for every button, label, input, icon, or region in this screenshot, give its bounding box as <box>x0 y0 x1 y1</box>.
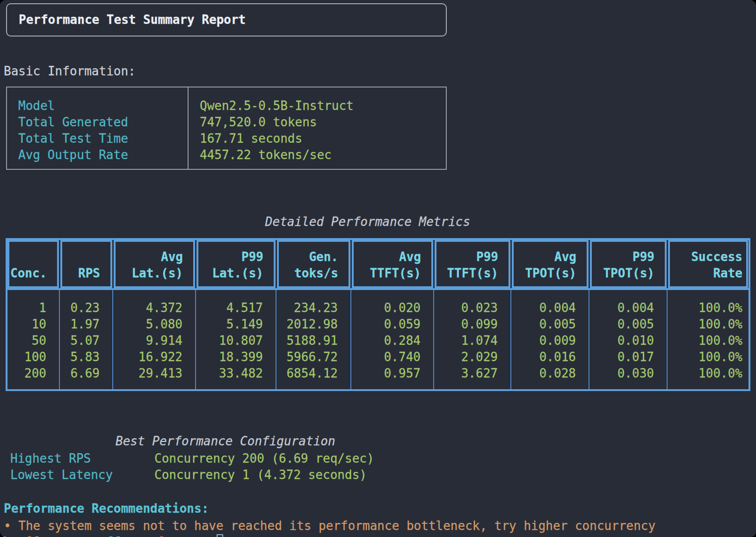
header-line: RPS <box>78 265 100 282</box>
header-line: TTFT(s) <box>370 265 421 282</box>
basic-info-value: Qwen2.5-0.5B-Instruct <box>200 98 354 114</box>
metrics-cell: 3.627 <box>434 365 511 382</box>
metrics-cell: 100.0% <box>667 365 749 382</box>
metrics-cell: 0.23 <box>59 300 113 316</box>
metrics-cell: 0.010 <box>589 333 667 349</box>
metrics-cell: 0.009 <box>511 333 589 349</box>
metrics-table-row: 101.975.0805.1492012.980.0590.0990.0050.… <box>7 316 749 333</box>
basic-info-row: Total Test Time167.71 seconds <box>7 131 446 147</box>
header-line: P99 <box>241 249 263 265</box>
metrics-cell: 0.005 <box>589 316 667 333</box>
header-line: P99 <box>632 249 654 265</box>
metrics-cell: 0.284 <box>351 333 434 349</box>
column-separator <box>276 290 276 389</box>
column-separator <box>510 290 511 389</box>
terminal-screen: Performance Test Summary Report Basic In… <box>0 0 756 537</box>
metrics-cell: 9.914 <box>113 333 196 349</box>
metrics-cell: 5.149 <box>196 316 276 333</box>
terminal-cursor <box>217 534 223 537</box>
header-line: Success <box>691 249 742 265</box>
metrics-cell: 200 <box>7 365 59 382</box>
metrics-table-row: 10.234.3724.517234.230.0200.0230.0040.00… <box>7 300 749 316</box>
metrics-cell: 100.0% <box>667 349 749 365</box>
metrics-table-title: Detailed Performance Metrics <box>0 214 735 230</box>
column-separator <box>195 290 196 389</box>
metrics-cell: 5.07 <box>59 333 113 349</box>
metrics-cell: 4.517 <box>196 300 276 316</box>
metrics-column-header: AvgTTFT(s) <box>352 240 433 288</box>
metrics-column-header: P99TTFT(s) <box>435 240 510 288</box>
header-line: Lat.(s) <box>212 265 263 282</box>
metrics-cell: 234.23 <box>276 300 351 316</box>
metrics-column-header: AvgTPOT(s) <box>512 240 589 288</box>
recommendations-heading: Performance Recommendations: <box>4 501 209 517</box>
metrics-cell: 0.740 <box>351 349 434 365</box>
column-separator <box>112 290 113 389</box>
metrics-cell: 4.372 <box>113 300 196 316</box>
best-config-label: Highest RPS <box>10 450 91 467</box>
basic-info-label: Total Test Time <box>18 131 128 147</box>
metrics-cell: 0.020 <box>351 300 434 316</box>
header-line: TPOT(s) <box>525 265 576 282</box>
header-line: Avg <box>161 249 183 265</box>
metrics-cell: 33.482 <box>196 365 276 382</box>
metrics-cell: 10.807 <box>196 333 276 349</box>
header-line: toks/s <box>294 265 338 282</box>
metrics-cell: 6854.12 <box>276 365 351 382</box>
best-config-row: Lowest Latency Concurrency 1 (4.372 seco… <box>0 467 756 483</box>
metrics-cell: 0.099 <box>434 316 511 333</box>
column-separator <box>667 290 668 389</box>
metrics-cell: 0.028 <box>511 365 589 382</box>
basic-info-heading: Basic Information: <box>4 63 136 80</box>
recommendation-item: • The system seems not to have reached i… <box>4 518 655 534</box>
metrics-cell: 18.399 <box>196 349 276 365</box>
basic-info-value: 4457.22 tokens/sec <box>200 147 332 163</box>
metrics-column-header: Gen.toks/s <box>277 240 350 288</box>
metrics-cell: 50 <box>7 333 59 349</box>
metrics-cell: 100 <box>7 349 59 365</box>
metrics-cell: 0.017 <box>589 349 667 365</box>
metrics-cell: 6.69 <box>59 365 113 382</box>
metrics-cell: 2012.98 <box>276 316 351 333</box>
metrics-cell: 2.029 <box>434 349 511 365</box>
basic-info-row: Total Generated747,520.0 tokens <box>7 114 446 131</box>
metrics-column-header: RPS <box>60 240 112 288</box>
best-config-value: Concurrency 1 (4.372 seconds) <box>154 467 367 483</box>
clipped-text-segment: ll <box>27 534 42 537</box>
metrics-cell: 0.059 <box>351 316 434 333</box>
basic-info-table: ModelQwen2.5-0.5B-InstructTotal Generate… <box>6 87 447 170</box>
header-line: Avg <box>399 249 421 265</box>
basic-info-label: Total Generated <box>18 114 128 131</box>
column-separator <box>589 290 589 389</box>
header-line: Lat.(s) <box>131 265 183 282</box>
metrics-column-header: AvgLat.(s) <box>114 240 195 288</box>
column-separator <box>433 290 434 389</box>
metrics-cell: 29.413 <box>113 365 196 382</box>
best-config-row: Highest RPS Concurrency 200 (6.69 req/se… <box>0 450 756 467</box>
bullet-icon: • <box>4 519 11 533</box>
basic-info-label: Model <box>18 98 55 114</box>
metrics-cell: 1.97 <box>59 316 113 333</box>
metrics-column-header: P99TPOT(s) <box>590 240 667 288</box>
metrics-column-header: SuccessRate <box>668 240 748 288</box>
header-line: TTFT(s) <box>447 265 498 282</box>
best-config-value: Concurrency 200 (6.69 req/sec) <box>154 450 374 467</box>
metrics-cell: 5.83 <box>59 349 113 365</box>
metrics-cell: 0.023 <box>434 300 511 316</box>
basic-info-label: Avg Output Rate <box>18 147 128 163</box>
metrics-cell: 0.030 <box>589 365 667 382</box>
metrics-cell: 1.074 <box>434 333 511 349</box>
metrics-cell: 5.080 <box>113 316 196 333</box>
metrics-cell: 0.005 <box>511 316 589 333</box>
metrics-cell: 100.0% <box>667 316 749 333</box>
metrics-cell: 100.0% <box>667 300 749 316</box>
column-separator <box>350 290 351 389</box>
header-line: Gen. <box>309 249 338 265</box>
metrics-table-row: 1005.8316.92218.3995966.720.7402.0290.01… <box>7 349 749 365</box>
metrics-cell: 1 <box>7 300 59 316</box>
basic-info-row: ModelQwen2.5-0.5B-Instruct <box>7 98 446 114</box>
report-title-box: Performance Test Summary Report <box>6 3 447 36</box>
header-line: TPOT(s) <box>603 265 654 282</box>
basic-info-value: 747,520.0 tokens <box>200 114 317 131</box>
recommendation-text: The system seems not to have reached its… <box>18 519 655 533</box>
